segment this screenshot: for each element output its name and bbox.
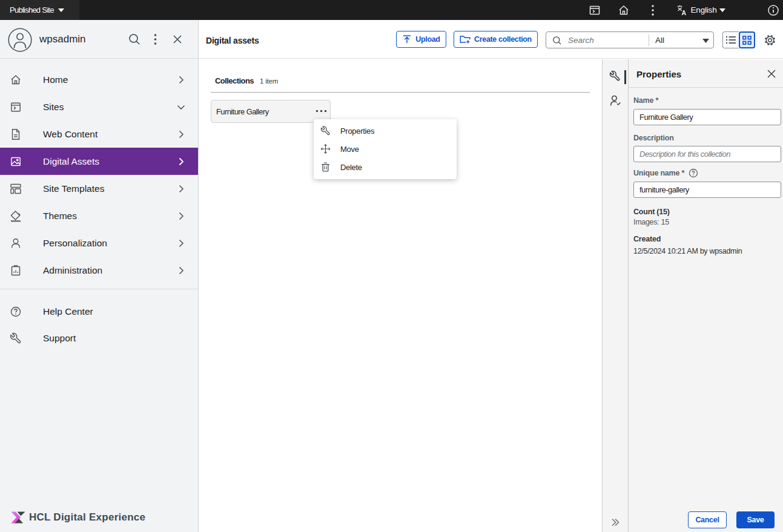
- svg-text:A: A: [682, 8, 687, 16]
